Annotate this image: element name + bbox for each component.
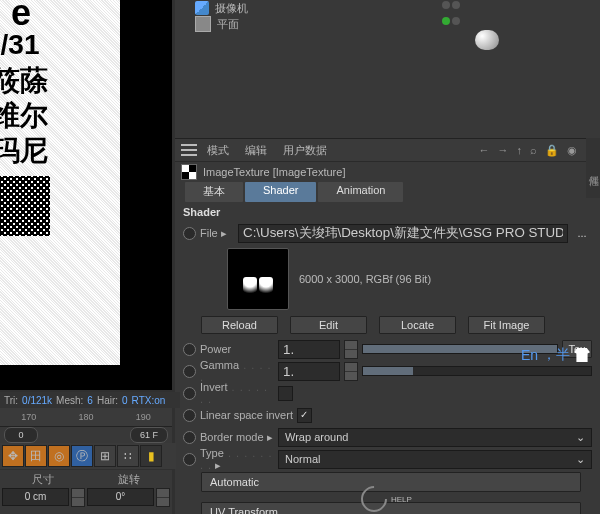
tick: 190	[136, 412, 151, 422]
camera-label: 摄像机	[215, 1, 248, 16]
anim-dot[interactable]	[183, 409, 196, 422]
hair-value: 0	[122, 395, 128, 406]
imagetexture-icon	[181, 164, 197, 180]
preview-date: /31	[1, 29, 40, 61]
timeline-ruler[interactable]: 170 180 190	[0, 408, 172, 427]
tool-dots-icon[interactable]: ∷	[117, 445, 139, 467]
power-label: Power	[200, 343, 274, 355]
invert-row: Invert . . . . . . .	[175, 382, 600, 404]
texture-preview[interactable]	[227, 248, 289, 310]
tab-shader[interactable]: Shader	[245, 182, 316, 202]
anim-dot[interactable]	[183, 387, 196, 400]
anim-dot[interactable]	[183, 227, 196, 240]
tool-circle-icon[interactable]: ◎	[48, 445, 70, 467]
tool-axis-icon[interactable]: 田	[25, 445, 47, 467]
tool-move-icon[interactable]: ✥	[2, 445, 24, 467]
anim-dot[interactable]	[183, 365, 196, 378]
menu-userdata[interactable]: 用户数据	[283, 143, 327, 158]
tool-grid-icon[interactable]: ⊞	[94, 445, 116, 467]
ime-text: ，半	[542, 346, 570, 364]
search-icon[interactable]: ⌕	[530, 144, 537, 157]
nav-up-icon[interactable]: ↑	[517, 144, 523, 157]
hair-label: Hair:	[97, 395, 118, 406]
qr-code	[0, 176, 50, 236]
menu-edit[interactable]: 编辑	[245, 143, 267, 158]
rot-x-input[interactable]: 0°	[87, 488, 154, 506]
tab-animation[interactable]: Animation	[318, 182, 403, 202]
linear-invert-label: Linear space invert	[200, 409, 293, 421]
material-thumb-icon[interactable]	[475, 30, 499, 50]
gamma-input[interactable]	[278, 362, 340, 381]
spinner[interactable]	[71, 488, 85, 507]
object-manager[interactable]: 摄像机 平面	[175, 0, 600, 138]
spinner[interactable]	[156, 488, 170, 507]
nav-back-icon[interactable]: ←	[479, 144, 490, 157]
chevron-down-icon: ⌄	[576, 453, 585, 466]
tool-palette: ✥ 田 ◎ Ⓟ ⊞ ∷ ▮	[0, 443, 176, 469]
file-browse-button[interactable]: ...	[572, 227, 592, 239]
hierarchy-row-plane[interactable]: 平面	[175, 16, 600, 32]
help-label: HELP	[391, 495, 412, 504]
status-bar: Tri: 0/121k Mesh: 6 Hair: 0 RTX:on	[0, 392, 180, 408]
anim-dot[interactable]	[183, 453, 196, 466]
hierarchy-row-camera[interactable]: 摄像机	[175, 0, 600, 16]
power-spinner[interactable]	[344, 340, 358, 359]
coordinates-panel: 尺寸 旋转 0 cm 0°	[0, 470, 172, 514]
file-row: File ▸ ...	[175, 222, 600, 244]
fps-display[interactable]: 61 F	[130, 427, 168, 443]
lock-icon[interactable]: 🔒	[545, 144, 559, 157]
invert-label: Invert . . . . . . .	[200, 381, 274, 405]
size-x-input[interactable]: 0 cm	[2, 488, 69, 506]
rotation-header: 旋转	[86, 470, 172, 488]
preview-text: e	[11, 0, 29, 31]
edit-button[interactable]: Edit	[290, 316, 367, 334]
plane-label: 平面	[217, 17, 239, 32]
anim-dot[interactable]	[183, 343, 196, 356]
object-title: ImageTexture [ImageTexture]	[203, 166, 345, 178]
visibility-dots[interactable]	[442, 1, 480, 15]
tab-basic[interactable]: 基本	[185, 182, 243, 202]
side-tab[interactable]: 属性	[586, 138, 600, 198]
fit-image-button[interactable]: Fit Image	[468, 316, 545, 334]
timeline[interactable]: 170 180 190 0 61 F	[0, 408, 172, 443]
render-preview: e /31 筱蒢 维尔 玛尼	[0, 0, 120, 365]
preview-cn1: 筱蒢	[0, 63, 48, 98]
section-shader: Shader	[175, 202, 600, 222]
locate-button[interactable]: Locate	[379, 316, 456, 334]
tick: 170	[21, 412, 36, 422]
reload-button[interactable]: Reload	[201, 316, 278, 334]
nav-next-icon[interactable]: →	[498, 144, 509, 157]
power-input[interactable]	[278, 340, 340, 359]
attr-toolbar: 模式 编辑 用户数据 ← → ↑ ⌕ 🔒 ◉ ⊞	[175, 139, 600, 162]
menu-mode[interactable]: 模式	[207, 143, 229, 158]
tri-label: Tri:	[4, 395, 18, 406]
ime-lang: En	[521, 347, 538, 363]
gamma-slider[interactable]	[362, 366, 592, 376]
mesh-value: 6	[87, 395, 93, 406]
type-dropdown[interactable]: Normal⌄	[278, 450, 592, 469]
linear-invert-checkbox[interactable]: ✓	[297, 408, 312, 423]
file-path-input[interactable]	[238, 224, 568, 243]
visibility-dots[interactable]	[442, 17, 480, 31]
tool-p-icon[interactable]: Ⓟ	[71, 445, 93, 467]
invert-checkbox[interactable]	[278, 386, 293, 401]
tool-render-icon[interactable]: ▮	[140, 445, 162, 467]
anim-dot[interactable]	[183, 431, 196, 444]
current-frame[interactable]: 0	[4, 427, 38, 443]
linear-invert-row: Linear space invert ✓	[175, 404, 600, 426]
border-mode-dropdown[interactable]: Wrap around⌄	[278, 428, 592, 447]
type-row: Type . . . . . . . . ▸ Normal⌄	[175, 448, 600, 470]
chevron-down-icon: ⌄	[576, 431, 585, 444]
border-mode-row: Border mode ▸ Wrap around⌄	[175, 426, 600, 448]
shirt-icon	[574, 348, 590, 362]
help-region[interactable]: HELP	[361, 485, 421, 513]
rtx-value: RTX:on	[132, 395, 166, 406]
ime-overlay: En ，半	[521, 346, 590, 364]
viewport[interactable]: e /31 筱蒢 维尔 玛尼	[0, 0, 172, 390]
preview-cn2: 维尔	[0, 98, 48, 133]
mesh-label: Mesh:	[56, 395, 83, 406]
attr-tabs: 基本 Shader Animation	[175, 182, 600, 202]
gamma-spinner[interactable]	[344, 362, 358, 381]
new-icon[interactable]: ◉	[567, 144, 577, 157]
hamburger-icon[interactable]	[181, 144, 197, 156]
